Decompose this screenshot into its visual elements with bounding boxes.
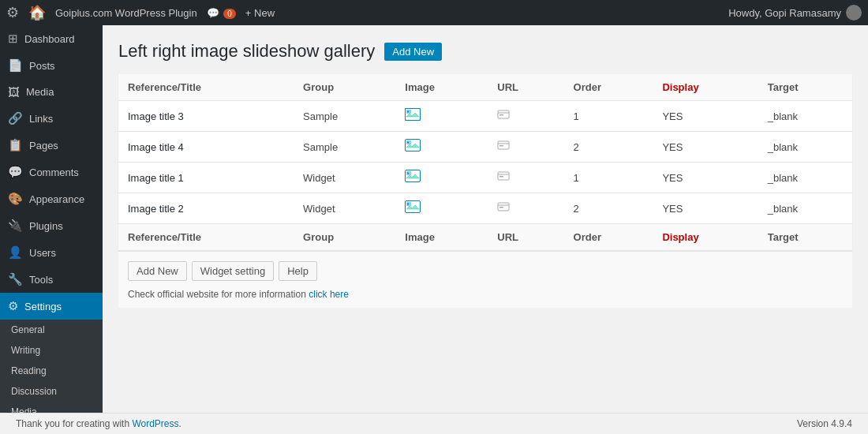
sidebar-item-posts[interactable]: 📄 Posts — [0, 52, 103, 79]
submenu-reading[interactable]: Reading — [0, 361, 103, 381]
sidebar-label-settings: Settings — [24, 301, 62, 312]
sidebar-item-media[interactable]: 🖼 Media — [0, 79, 103, 105]
dashboard-icon: ⊞ — [8, 32, 18, 46]
cell-group-1: Sample — [294, 132, 395, 163]
sidebar-label-comments: Comments — [29, 166, 79, 178]
svg-point-2 — [407, 111, 409, 113]
col-header-url: URL — [488, 74, 563, 101]
sidebar-label-dashboard: Dashboard — [24, 33, 75, 45]
footer-text: Thank you for creating with WordPress. — [16, 418, 181, 429]
avatar — [846, 5, 862, 21]
cell-display-3: YES — [653, 193, 758, 224]
posts-icon: 📄 — [8, 58, 23, 73]
table-row: Image title 2 Widget — [118, 193, 852, 224]
svg-rect-26 — [498, 203, 509, 211]
sidebar-label-links: Links — [29, 113, 53, 125]
svg-point-17 — [407, 173, 409, 174]
col-footer-group: Group — [294, 224, 395, 251]
cell-url-3[interactable] — [488, 193, 563, 224]
sidebar-item-appearance[interactable]: 🎨 Appearance — [0, 185, 103, 212]
appearance-icon: 🎨 — [8, 192, 23, 206]
svg-rect-19 — [498, 172, 509, 180]
sidebar-item-dashboard[interactable]: ⊞ Dashboard — [0, 25, 103, 52]
table-row: Image title 4 Sample — [118, 132, 852, 163]
add-new-bottom-button[interactable]: Add New — [128, 261, 187, 281]
tools-icon: 🔧 — [8, 272, 23, 286]
sidebar-item-users[interactable]: 👤 Users — [0, 239, 103, 266]
col-footer-display: Display — [653, 224, 758, 251]
sidebar-item-settings[interactable]: ⚙ Settings — [0, 293, 103, 320]
user-menu[interactable]: Howdy, Gopi Ramasamy — [728, 5, 862, 21]
table-footer: Add New Widget setting Help Check offici… — [118, 251, 852, 308]
cell-order-2: 1 — [564, 163, 653, 193]
sidebar-item-comments[interactable]: 💬 Comments — [0, 159, 103, 185]
cell-image-0[interactable] — [395, 101, 488, 132]
media-icon: 🖼 — [8, 85, 20, 99]
note-prefix: Check official website for more informat… — [128, 289, 309, 300]
col-footer-order: Order — [564, 224, 653, 251]
cell-group-0: Sample — [294, 101, 395, 132]
cell-display-1: YES — [653, 132, 758, 163]
wordpress-link[interactable]: WordPress — [132, 418, 178, 429]
cell-url-2[interactable] — [488, 163, 563, 193]
table-footer-row: Reference/Title Group Image URL Order Di… — [118, 224, 852, 251]
svg-rect-14 — [499, 145, 503, 147]
col-header-target: Target — [758, 74, 852, 101]
new-item-button[interactable]: + New — [245, 7, 275, 19]
col-header-display: Display — [653, 74, 758, 101]
svg-rect-7 — [499, 114, 503, 116]
submenu-writing[interactable]: Writing — [0, 340, 103, 361]
sidebar-item-pages[interactable]: 📋 Pages — [0, 132, 103, 159]
submenu-general[interactable]: General — [0, 320, 103, 340]
gallery-table: Reference/Title Group Image URL Order Di… — [118, 74, 852, 251]
plugins-icon: 🔌 — [8, 219, 23, 233]
sidebar-label-media: Media — [26, 86, 54, 98]
sidebar-item-tools[interactable]: 🔧 Tools — [0, 266, 103, 293]
cell-order-3: 2 — [564, 193, 653, 224]
cell-target-2: _blank — [758, 163, 852, 193]
svg-rect-12 — [498, 141, 509, 149]
col-header-group: Group — [294, 74, 395, 101]
cell-title-1[interactable]: Image title 4 — [118, 132, 294, 163]
page-footer: Thank you for creating with WordPress. V… — [0, 413, 868, 434]
sidebar-label-pages: Pages — [29, 140, 58, 152]
note-text: Check official website for more informat… — [128, 289, 843, 308]
table-row: Image title 3 Sample — [118, 101, 852, 132]
cell-title-0[interactable]: Image title 3 — [118, 101, 294, 132]
sidebar-item-plugins[interactable]: 🔌 Plugins — [0, 212, 103, 239]
help-button[interactable]: Help — [279, 261, 317, 281]
version-text: Version 4.9.4 — [797, 418, 852, 429]
col-footer-title: Reference/Title — [118, 224, 294, 251]
svg-rect-28 — [499, 207, 503, 208]
links-icon: 🔗 — [8, 111, 23, 125]
cell-image-1[interactable] — [395, 132, 488, 163]
sidebar-label-appearance: Appearance — [29, 193, 84, 205]
submenu-discussion[interactable]: Discussion — [0, 381, 103, 402]
cell-title-2[interactable]: Image title 1 — [118, 163, 294, 193]
cell-group-3: Widget — [294, 193, 395, 224]
cell-target-0: _blank — [758, 101, 852, 132]
widget-setting-button[interactable]: Widget setting — [192, 261, 274, 281]
cell-order-1: 2 — [564, 132, 653, 163]
svg-point-24 — [407, 204, 409, 205]
admin-bar: ⚙ 🏠 Goiplus.com WordPress Plugin 💬 0 + N… — [0, 0, 868, 25]
col-footer-url: URL — [488, 224, 563, 251]
col-header-image: Image — [395, 74, 488, 101]
wp-logo-icon[interactable]: ⚙ — [6, 4, 19, 21]
cell-url-1[interactable] — [488, 132, 563, 163]
sidebar: ⊞ Dashboard 📄 Posts 🖼 Media 🔗 Links 📋 Pa… — [0, 25, 103, 434]
cell-title-3[interactable]: Image title 2 — [118, 193, 294, 224]
comments-icon[interactable]: 💬 0 — [207, 7, 236, 19]
cell-url-0[interactable] — [488, 101, 563, 132]
site-icon: 🏠 — [28, 4, 46, 21]
cell-image-2[interactable] — [395, 163, 488, 193]
cell-display-0: YES — [653, 101, 758, 132]
howdy-text: Howdy, Gopi Ramasamy — [728, 7, 841, 19]
settings-icon: ⚙ — [8, 299, 18, 313]
add-new-header-button[interactable]: Add New — [384, 43, 442, 61]
site-name[interactable]: Goiplus.com WordPress Plugin — [55, 7, 197, 19]
cell-image-3[interactable] — [395, 193, 488, 224]
sidebar-item-links[interactable]: 🔗 Links — [0, 105, 103, 132]
svg-rect-5 — [498, 110, 509, 118]
click-here-link[interactable]: click here — [309, 289, 349, 300]
